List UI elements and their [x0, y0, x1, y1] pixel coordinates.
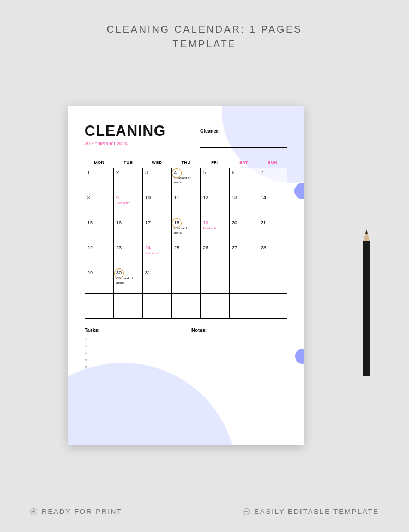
- footer: READY FOR PRINT EASILY EDITABLE TEMPLATE: [0, 507, 409, 516]
- calendar-cell: [143, 294, 172, 319]
- task-line: ○: [85, 349, 181, 356]
- day-number: 13: [232, 195, 256, 200]
- calendar-cell: 3: [143, 168, 172, 193]
- calendar-day-header: SUN: [258, 160, 287, 168]
- bullet-icon: ○: [85, 336, 87, 341]
- calendar-cell: 8: [85, 193, 114, 218]
- calendar-cell: [230, 268, 258, 294]
- calendar-cell: 27: [230, 243, 258, 268]
- calendar-day-header: FRI: [201, 160, 230, 168]
- day-number: 31: [145, 270, 169, 276]
- day-annotation: Weekend: [203, 226, 227, 231]
- day-number: 21: [261, 220, 285, 225]
- calendar-cell: 11: [172, 193, 201, 218]
- day-number: 20: [232, 220, 256, 225]
- cleaner-line: [200, 135, 287, 141]
- calendar-day-header: WED: [143, 160, 172, 168]
- day-number: 23: [116, 245, 140, 250]
- task-line: ○: [85, 356, 181, 363]
- tasks-label: Tasks:: [85, 327, 181, 333]
- day-number: 3: [145, 170, 169, 175]
- calendar-cell: 21: [258, 218, 287, 243]
- calendar-day-header: MON: [85, 160, 114, 168]
- calendar-cell: 31: [143, 268, 172, 294]
- calendar-day-header: THU: [172, 160, 201, 168]
- bullet-icon: ○: [85, 343, 87, 348]
- calendar-cell: 29: [85, 268, 114, 294]
- calendar-cell: 6: [230, 168, 258, 193]
- calendar-cell: 25: [172, 243, 201, 268]
- day-number: 15: [87, 220, 111, 225]
- day-number: 14: [261, 195, 285, 200]
- day-number: 16: [116, 220, 140, 225]
- calendar-cell: 15: [85, 218, 114, 243]
- plus-circle-icon: [30, 508, 37, 515]
- day-number: 30: [116, 270, 140, 276]
- day-number: 26: [203, 245, 227, 250]
- calendar-cell: 5: [201, 168, 230, 193]
- calendar-cell: [230, 294, 258, 319]
- calendar-day-header: SAT: [230, 160, 258, 168]
- calendar-cell: 26: [201, 243, 230, 268]
- task-line: ○: [85, 363, 181, 370]
- day-number: 22: [87, 245, 111, 250]
- note-line: [191, 349, 287, 356]
- day-number: 6: [232, 170, 256, 175]
- calendar-cell: 10: [143, 193, 172, 218]
- calendar-cell: 1: [85, 168, 114, 193]
- bullet-icon: ○: [85, 350, 87, 355]
- day-number: 19: [203, 220, 227, 225]
- calendar-cell: 28: [258, 243, 287, 268]
- calendar-cell: 7: [258, 168, 287, 193]
- day-number: 8: [87, 195, 111, 200]
- template-date: 20 September 2024: [85, 141, 166, 146]
- day-annotation: Weekend: [145, 252, 169, 256]
- task-line: ○: [85, 342, 181, 349]
- day-number: 11: [174, 195, 198, 200]
- cleaner-line: [200, 141, 287, 148]
- day-number: 27: [232, 245, 256, 250]
- note-line: [191, 363, 287, 370]
- calendar-cell: [85, 294, 114, 319]
- day-number: 29: [87, 270, 111, 276]
- day-number: 28: [261, 245, 285, 250]
- calendar-cell: 12: [201, 193, 230, 218]
- calendar-day-header: TUE: [114, 160, 143, 168]
- template-title: CLEANING: [85, 123, 166, 140]
- day-number: 1: [87, 170, 111, 175]
- calendar-cell: 30Cleaned at home: [114, 268, 143, 294]
- bullet-icon: ○: [85, 364, 87, 369]
- calendar-grid: MONTUEWEDTHUFRISATSUN 1234Cleaned at hom…: [85, 160, 287, 319]
- day-number: 12: [203, 195, 227, 200]
- page-heading-line2: TEMPLATE: [0, 39, 409, 50]
- day-number: 7: [261, 170, 285, 175]
- day-annotation: Weekend: [116, 201, 140, 206]
- calendar-cell: 23: [114, 243, 143, 268]
- day-number: 25: [174, 245, 198, 250]
- day-number: 24: [145, 245, 169, 250]
- calendar-cell: 14: [258, 193, 287, 218]
- bullet-icon: ○: [85, 357, 87, 362]
- note-line: [191, 335, 287, 342]
- day-number: 5: [203, 170, 227, 175]
- day-number: 17: [145, 220, 169, 225]
- calendar-cell: [172, 268, 201, 294]
- template-page: CLEANING 20 September 2024 Cleaner: MONT…: [68, 106, 304, 445]
- calendar-cell: 19Weekend: [201, 218, 230, 243]
- calendar-cell: 17: [143, 218, 172, 243]
- calendar-cell: 24Weekend: [143, 243, 172, 268]
- day-number: 4: [174, 170, 198, 175]
- calendar-cell: 4Cleaned at home: [172, 168, 201, 193]
- cleaner-label: Cleaner:: [200, 128, 220, 134]
- task-line: ○: [85, 335, 181, 342]
- day-number: 2: [116, 170, 140, 175]
- calendar-cell: 18Cleaned at home: [172, 218, 201, 243]
- notes-label: Notes:: [191, 327, 287, 333]
- note-line: [191, 342, 287, 349]
- footer-right: EASILY EDITABLE TEMPLATE: [254, 507, 379, 516]
- pencil-prop: [363, 229, 370, 376]
- plus-circle-icon: [243, 508, 250, 515]
- note-line: [191, 356, 287, 363]
- footer-left: READY FOR PRINT: [41, 507, 122, 516]
- calendar-cell: 13: [230, 193, 258, 218]
